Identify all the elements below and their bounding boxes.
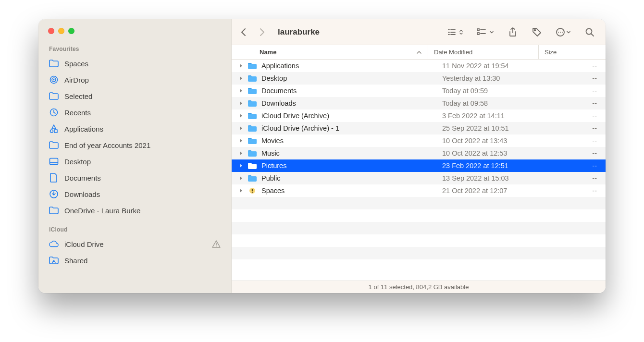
file-date: 13 Sep 2022 at 15:03: [436, 174, 547, 182]
sidebar-item-selected[interactable]: Selected: [38, 88, 231, 104]
empty-row: [232, 197, 606, 209]
sidebar-item-label: Downloads: [64, 190, 100, 198]
file-row[interactable]: iCloud Drive (Archive) - 1 25 Sep 2022 a…: [232, 122, 606, 134]
file-date: 10 Oct 2022 at 13:43: [436, 137, 547, 145]
minimize-window-button[interactable]: [58, 28, 64, 34]
sidebar-item-label: Selected: [64, 92, 92, 100]
svg-rect-30: [252, 189, 253, 191]
file-size: --: [547, 74, 606, 82]
file-date: 11 Nov 2022 at 19:54: [436, 62, 547, 70]
file-row[interactable]: Spaces 21 Oct 2022 at 12:07 --: [232, 184, 606, 197]
column-header-date[interactable]: Date Modified: [428, 45, 538, 59]
file-size: --: [547, 149, 606, 157]
svg-line-28: [592, 34, 594, 36]
empty-row: [232, 234, 606, 247]
disclosure-triangle-icon[interactable]: [236, 151, 245, 156]
sidebar-item-desktop[interactable]: Desktop: [38, 153, 231, 170]
file-row[interactable]: Music 10 Oct 2022 at 12:53 --: [232, 147, 606, 159]
svg-rect-18: [477, 29, 479, 31]
sidebar-item-label: iCloud Drive: [64, 240, 104, 248]
svg-point-26: [562, 32, 563, 33]
folder-icon: [247, 61, 258, 70]
disclosure-triangle-icon[interactable]: [236, 76, 245, 81]
view-mode-button[interactable]: [446, 25, 465, 39]
column-header-name[interactable]: Name: [260, 49, 428, 56]
file-date: Yesterday at 13:30: [436, 74, 547, 82]
file-date: 23 Feb 2022 at 12:51: [436, 162, 547, 170]
forward-button[interactable]: [255, 25, 269, 39]
file-row[interactable]: Desktop Yesterday at 13:30 --: [232, 72, 606, 85]
applications-icon: [49, 124, 59, 134]
disclosure-triangle-icon[interactable]: [236, 126, 245, 131]
disclosure-triangle-icon[interactable]: [236, 63, 245, 68]
sidebar-item-airdrop[interactable]: AirDrop: [38, 72, 231, 88]
group-by-button[interactable]: [475, 25, 496, 39]
window-controls: [38, 25, 231, 43]
file-list[interactable]: Applications 11 Nov 2022 at 19:54 -- Des…: [232, 60, 606, 281]
file-date: 10 Oct 2022 at 12:53: [436, 149, 547, 157]
svg-rect-6: [50, 159, 58, 165]
svg-point-31: [252, 192, 253, 193]
window-title: lauraburke: [278, 27, 320, 37]
sidebar-item-downloads[interactable]: Downloads: [38, 186, 231, 202]
zoom-window-button[interactable]: [68, 28, 74, 34]
sidebar-item-onedrive[interactable]: OneDrive - Laura Burke: [38, 202, 231, 219]
folder-icon: [247, 74, 258, 83]
document-icon: [49, 173, 59, 183]
airdrop-icon: [49, 75, 59, 85]
close-window-button[interactable]: [48, 28, 54, 34]
tags-button[interactable]: [530, 25, 544, 39]
status-bar: 1 of 11 selected, 804,2 GB available: [232, 281, 606, 293]
disclosure-triangle-icon[interactable]: [236, 188, 245, 193]
file-size: --: [547, 99, 606, 107]
disclosure-triangle-icon[interactable]: [236, 163, 245, 168]
sidebar-item-documents[interactable]: Documents: [38, 170, 231, 186]
sidebar-item-applications[interactable]: Applications: [38, 121, 231, 137]
folder-icon: [247, 174, 258, 183]
folder-icon: [247, 99, 258, 108]
file-row[interactable]: Applications 11 Nov 2022 at 19:54 --: [232, 60, 606, 72]
actions-menu-button[interactable]: [554, 25, 573, 39]
disclosure-triangle-icon[interactable]: [236, 88, 245, 93]
folder-icon: [49, 91, 59, 101]
folder-icon: [247, 86, 258, 95]
file-date: 21 Oct 2022 at 12:07: [436, 187, 547, 195]
disclosure-triangle-icon[interactable]: [236, 176, 245, 181]
sidebar-item-icloud-drive[interactable]: iCloud Drive: [38, 236, 231, 252]
svg-point-25: [560, 32, 561, 33]
file-name: Public: [261, 174, 436, 182]
sidebar-item-shared[interactable]: Shared: [38, 252, 231, 269]
sidebar-item-label: Spaces: [64, 60, 88, 68]
file-date: 3 Feb 2022 at 14:11: [436, 112, 547, 120]
column-headers: Name Date Modified Size: [232, 45, 606, 60]
column-date-label: Date Modified: [434, 49, 472, 56]
disclosure-triangle-icon[interactable]: [236, 113, 245, 118]
file-size: --: [547, 87, 606, 95]
svg-rect-19: [477, 33, 479, 35]
search-button[interactable]: [582, 25, 597, 39]
disclosure-triangle-icon[interactable]: [236, 101, 245, 106]
empty-row: [232, 247, 606, 259]
file-date: Today at 09:58: [436, 99, 547, 107]
file-row[interactable]: Movies 10 Oct 2022 at 13:43 --: [232, 134, 606, 147]
column-header-size[interactable]: Size: [538, 45, 606, 59]
sidebar-item-recents[interactable]: Recents: [38, 104, 231, 121]
sidebar-item-label: Applications: [64, 125, 103, 133]
folder-icon: [49, 59, 59, 68]
disclosure-triangle-icon[interactable]: [236, 138, 245, 143]
sidebar-item-spaces[interactable]: Spaces: [38, 55, 231, 72]
file-row[interactable]: Pictures 23 Feb 2022 at 12:51 --: [232, 159, 606, 172]
file-row[interactable]: iCloud Drive (Archive) 3 Feb 2022 at 14:…: [232, 110, 606, 122]
back-button[interactable]: [236, 25, 251, 39]
clock-icon: [49, 108, 59, 117]
file-name: Pictures: [261, 162, 436, 170]
file-row[interactable]: Public 13 Sep 2022 at 15:03 --: [232, 172, 606, 184]
folder-icon: [49, 140, 59, 150]
folder-icon: [247, 161, 258, 170]
file-name: Music: [261, 149, 436, 157]
sidebar-item-label: Documents: [64, 174, 101, 182]
share-button[interactable]: [506, 25, 520, 39]
file-row[interactable]: Documents Today at 09:59 --: [232, 85, 606, 97]
sidebar-item-eoy-accounts[interactable]: End of year Accounts 2021: [38, 137, 231, 153]
file-row[interactable]: Downloads Today at 09:58 --: [232, 97, 606, 110]
